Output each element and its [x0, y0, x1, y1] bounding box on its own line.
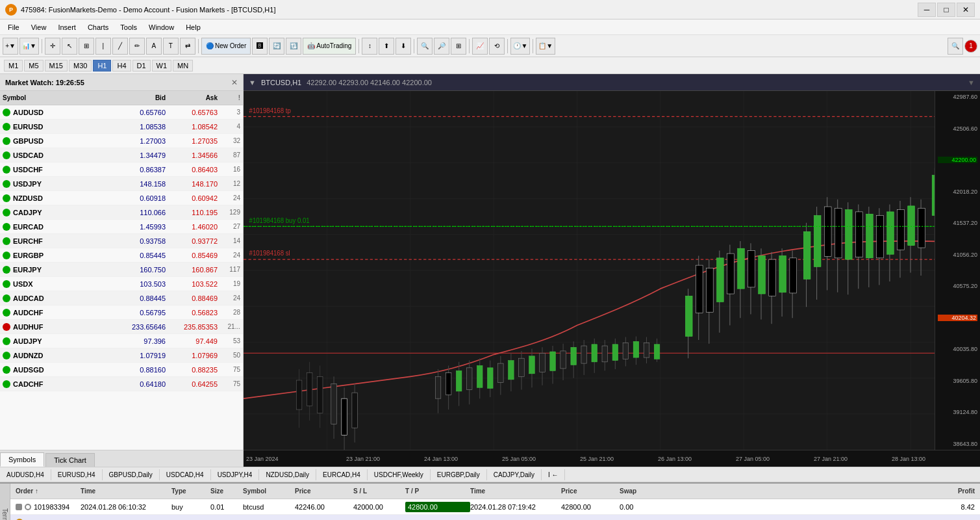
- market-watch-row[interactable]: EURJPY 160.750 160.867 117: [0, 263, 243, 277]
- col-ask: Ask: [166, 94, 218, 101]
- menu-insert[interactable]: Insert: [53, 22, 81, 32]
- mw-bid-value: 148.158: [107, 180, 166, 188]
- symtab-gbpusd-daily[interactable]: GBPUSD,Daily: [103, 469, 160, 480]
- svg-rect-88: [717, 258, 724, 302]
- market-watch-row[interactable]: USDX 103.503 103.522 19: [0, 277, 243, 291]
- mw-symbol-label: USDCAD: [13, 151, 107, 159]
- mw-ask-value: 0.86403: [166, 166, 218, 174]
- tf-m1[interactable]: M1: [4, 60, 23, 72]
- tf-m5[interactable]: M5: [24, 60, 43, 72]
- market-watch-row[interactable]: EURCHF 0.93758 0.93772 14: [0, 234, 243, 248]
- symtab-more[interactable]: I ←: [542, 469, 566, 480]
- tf-d1[interactable]: D1: [132, 60, 151, 72]
- indicator-button[interactable]: 📈: [472, 38, 488, 55]
- buy-button[interactable]: 🅱: [252, 38, 268, 55]
- symtab-nzdusd-daily[interactable]: NZDUSD,Daily: [259, 469, 316, 480]
- symtab-cadjpy-daily[interactable]: CADJPY,Daily: [487, 469, 542, 480]
- market-watch-list: AUDUSD 0.65760 0.65763 3 EURUSD 1.08538 …: [0, 105, 243, 450]
- market-watch-row[interactable]: GBPUSD 1.27003 1.27035 32: [0, 134, 243, 148]
- svg-rect-42: [456, 370, 462, 391]
- tab-symbols[interactable]: Symbols: [0, 452, 44, 467]
- svg-rect-56: [529, 356, 535, 374]
- market-watch-row[interactable]: USDCAD 1.34479 1.34566 87: [0, 148, 243, 162]
- market-watch-row[interactable]: USDJPY 148.158 148.170 12: [0, 177, 243, 191]
- minimize-button[interactable]: ─: [918, 3, 936, 17]
- svg-rect-96: [759, 255, 766, 294]
- mw-symbol-label: AUDCAD: [13, 294, 107, 302]
- grid-button[interactable]: ⊞: [451, 38, 466, 55]
- menu-charts[interactable]: Charts: [82, 22, 114, 32]
- zoom-button[interactable]: ⊞: [79, 38, 94, 55]
- price-39124: 39124.80: [938, 409, 977, 415]
- menu-view[interactable]: View: [26, 22, 52, 32]
- symtab-eurusd-h4[interactable]: EURUSD,H4: [51, 469, 103, 480]
- market-watch-row[interactable]: AUDNZD 1.07919 1.07969 50: [0, 348, 243, 363]
- symtab-eurgbp-daily[interactable]: EURGBP,Daily: [431, 469, 487, 480]
- tf-m30[interactable]: M30: [69, 60, 92, 72]
- market-watch-row[interactable]: EURCAD 1.45993 1.46020 27: [0, 220, 243, 234]
- mw-ask-value: 0.85469: [166, 252, 218, 259]
- mw-ask-value: 110.195: [166, 209, 218, 216]
- svg-rect-82: [685, 296, 692, 336]
- zoom-in-button[interactable]: 🔍: [417, 38, 433, 55]
- menu-file[interactable]: File: [3, 22, 25, 32]
- new-order-button[interactable]: 🔵 New Order: [201, 38, 251, 55]
- template-button[interactable]: 📋▼: [536, 38, 555, 55]
- market-watch-row[interactable]: USDCHF 0.86387 0.86403 16: [0, 162, 243, 177]
- tf-h1[interactable]: H1: [93, 60, 111, 72]
- market-watch-row[interactable]: CADJPY 110.066 110.195 129: [0, 205, 243, 220]
- market-watch-row[interactable]: AUDUSD 0.65760 0.65763 3: [0, 105, 243, 120]
- autotrading-button[interactable]: 🤖 AutoTrading: [303, 38, 356, 55]
- symtab-eurcad-h4[interactable]: EURCAD,H4: [316, 469, 368, 480]
- cursor-button[interactable]: ↖: [62, 38, 77, 55]
- up-button[interactable]: ⬆: [379, 38, 394, 55]
- search-button[interactable]: 🔍: [948, 38, 963, 55]
- close-button[interactable]: ✕: [957, 3, 975, 17]
- objects-button[interactable]: ⟲: [489, 38, 505, 55]
- market-watch-close[interactable]: ✕: [231, 78, 238, 87]
- menu-window[interactable]: Window: [144, 22, 179, 32]
- market-watch-row[interactable]: AUDHUF 233.65646 235.85353 21...: [0, 320, 243, 334]
- new-position-button[interactable]: +▼: [3, 38, 18, 55]
- market-watch-row[interactable]: EURUSD 1.08538 1.08542 4: [0, 120, 243, 134]
- market-watch-row[interactable]: AUDJPY 97.396 97.449 53: [0, 334, 243, 348]
- channel-button[interactable]: ⇄: [180, 38, 195, 55]
- tab-tick-chart[interactable]: Tick Chart: [45, 453, 95, 467]
- market-watch-row[interactable]: AUDSGD 0.88160 0.88235 75: [0, 363, 243, 377]
- crosshair-button[interactable]: ✛: [45, 38, 60, 55]
- period-sep-button[interactable]: |: [95, 38, 111, 55]
- menu-help[interactable]: Help: [181, 22, 206, 32]
- chart-type-button[interactable]: 📊▼: [19, 38, 39, 55]
- tf-h4[interactable]: H4: [112, 60, 131, 72]
- chart-period-button[interactable]: ↕: [362, 38, 377, 55]
- clock-button[interactable]: 🕐▼: [510, 38, 530, 55]
- line-button[interactable]: ╱: [112, 38, 128, 55]
- market-watch-row[interactable]: EURGBP 0.85445 0.85469 24: [0, 248, 243, 263]
- tf-w1[interactable]: W1: [152, 60, 172, 72]
- zoom-out-button[interactable]: 🔎: [434, 38, 449, 55]
- symtab-usdchf-weekly[interactable]: USDCHF,Weekly: [368, 469, 431, 480]
- symtab-usdcad-h4[interactable]: USDCAD,H4: [160, 469, 211, 480]
- trendline-button[interactable]: T: [163, 38, 179, 55]
- draw-button[interactable]: ✏: [129, 38, 145, 55]
- market-watch-row[interactable]: AUDCAD 0.88445 0.88469 24: [0, 291, 243, 306]
- symtab-audusd-h4[interactable]: AUDUSD,H4: [0, 469, 51, 480]
- terminal-side-label[interactable]: Terminal: [0, 484, 10, 520]
- notification-button[interactable]: 1: [964, 40, 977, 53]
- market-watch-row[interactable]: NZDUSD 0.60918 0.60942 24: [0, 191, 243, 205]
- down-button[interactable]: ⬇: [396, 38, 411, 55]
- refresh-button[interactable]: 🔃: [286, 38, 301, 55]
- mw-symbol-label: USDJPY: [13, 180, 107, 188]
- chart-plot-area[interactable]: #101984168 tp #101984168 buy 0.01 #10198…: [244, 91, 980, 450]
- market-watch-row[interactable]: AUDCHF 0.56795 0.56823 28: [0, 306, 243, 320]
- tf-mn[interactable]: MN: [173, 60, 193, 72]
- price-40575: 40575.20: [938, 283, 977, 289]
- mw-status-dot: [3, 209, 10, 216]
- menu-tools[interactable]: Tools: [115, 22, 142, 32]
- sell-button[interactable]: 🔄: [269, 38, 284, 55]
- market-watch-row[interactable]: CADCHF 0.64180 0.64255 75: [0, 377, 243, 391]
- symtab-usdjpy-h4[interactable]: USDJPY,H4: [211, 469, 260, 480]
- text-button[interactable]: A: [146, 38, 162, 55]
- maximize-button[interactable]: □: [937, 3, 955, 17]
- tf-m15[interactable]: M15: [45, 60, 68, 72]
